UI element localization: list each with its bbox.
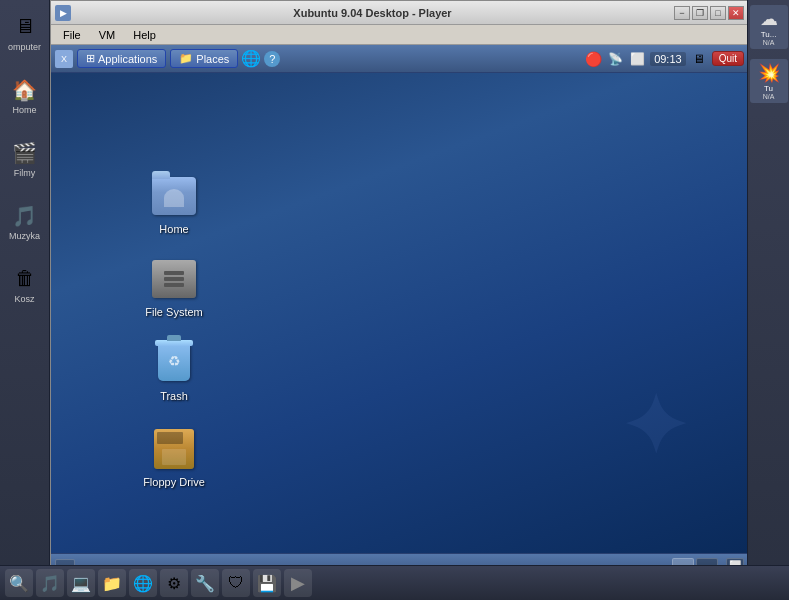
trash-label: Trash [160,390,188,402]
host-bottom-icon-settings[interactable]: ⚙ [160,569,188,597]
home-folder-label: Home [159,223,188,235]
floppy-label: Floppy Drive [143,476,205,488]
floppy-drive-icon [150,425,198,473]
host-bottom-icon-tools[interactable]: 🔧 [191,569,219,597]
quit-button[interactable]: Quit [712,51,744,66]
places-label: Places [196,53,229,65]
computer-icon: 🖥 [11,13,39,41]
help-icon[interactable]: ? [264,51,280,67]
host-right-panel: ☁ Tu... N/A 💥 Tu N/A [747,0,789,600]
host-left-taskbar: 🖥 omputer 🏠 Home 🎬 Filmy 🎵 Muzyka 🗑 Kosz [0,0,50,600]
xfce-logo: X [55,50,73,68]
network-icon[interactable]: 📡 [606,50,624,68]
desktop-icon-trash[interactable]: ♻ Trash [134,335,214,406]
xfce-clock: 09:13 [650,52,686,66]
taskbar-item-home[interactable]: 🏠 Home [5,68,45,123]
weather-widget-2: 💥 Tu N/A [750,59,788,103]
film-icon: 🎬 [11,139,39,167]
weather-widget-1: ☁ Tu... N/A [750,5,788,49]
filesystem-label: File System [145,306,202,318]
taskbar-label-computer: omputer [8,43,41,53]
xubuntu-watermark: ✦ [621,380,688,473]
vmware-titlebar: ▶ Xubuntu 9.04 Desktop - Player − ❐ □ ✕ [51,1,748,25]
host-bottom-taskbar: 🔍 🎵 💻 📁 🌐 ⚙ 🔧 🛡 💾 ▶ [0,565,789,600]
host-bottom-icon-search[interactable]: 🔍 [5,569,33,597]
desktop-icon-floppy[interactable]: Floppy Drive [134,421,214,492]
maximize-button[interactable]: □ [710,6,726,20]
minimize-button[interactable]: − [674,6,690,20]
host-bottom-icon-folder[interactable]: 📁 [98,569,126,597]
vmware-title-icon: ▶ [55,5,71,21]
host-bottom-icon-music[interactable]: 🎵 [36,569,64,597]
trash-icon: 🗑 [11,265,39,293]
host-bottom-icon-security[interactable]: 🛡 [222,569,250,597]
home-icon: 🏠 [11,76,39,104]
menu-help[interactable]: Help [125,27,164,43]
battery-icon[interactable]: ⬜ [628,50,646,68]
firefox-icon[interactable]: 🌐 [242,50,260,68]
screen-icon[interactable]: 🖥 [690,50,708,68]
trash-can-icon: ♻ [150,339,198,387]
host-bottom-icon-extra[interactable]: ▶ [284,569,312,597]
taskbar-item-kosz[interactable]: 🗑 Kosz [5,257,45,312]
taskbar-label-muzyka: Muzyka [9,232,40,242]
host-bottom-icon-browser[interactable]: 🌐 [129,569,157,597]
home-folder-icon [150,172,198,220]
menu-file[interactable]: File [55,27,89,43]
vmware-window: ▶ Xubuntu 9.04 Desktop - Player − ❐ □ ✕ … [50,0,749,600]
applications-menu-button[interactable]: ⊞ Applications [77,49,166,68]
places-icon: 📁 [179,52,193,65]
menu-vm[interactable]: VM [91,27,124,43]
filesystem-icon [150,255,198,303]
vmware-title-text: Xubuntu 9.04 Desktop - Player [71,7,674,19]
places-menu-button[interactable]: 📁 Places [170,49,238,68]
restore-button[interactable]: ❐ [692,6,708,20]
desktop-icon-home[interactable]: Home [134,168,214,239]
close-button[interactable]: ✕ [728,6,744,20]
taskbar-item-muzyka[interactable]: 🎵 Muzyka [5,194,45,249]
vmware-menubar: File VM Help [51,25,748,45]
xfce-panel-right: 🔴 📡 ⬜ 09:13 🖥 Quit [584,50,744,68]
apps-icon: ⊞ [86,52,95,65]
taskbar-label-kosz: Kosz [14,295,34,305]
volume-icon[interactable]: 🔴 [584,50,602,68]
host-bottom-icon-save[interactable]: 💾 [253,569,281,597]
xfce-top-panel: X ⊞ Applications 📁 Places 🌐 ? 🔴 📡 ⬜ 09:1… [51,45,748,73]
window-controls: − ❐ □ ✕ [674,6,744,20]
taskbar-label-home: Home [12,106,36,116]
desktop-icon-filesystem[interactable]: File System [134,251,214,322]
music-icon: 🎵 [11,202,39,230]
host-bottom-icon-computer[interactable]: 💻 [67,569,95,597]
taskbar-item-computer[interactable]: 🖥 omputer [5,5,45,60]
taskbar-item-filmy[interactable]: 🎬 Filmy [5,131,45,186]
taskbar-label-filmy: Filmy [14,169,36,179]
apps-label: Applications [98,53,157,65]
xfce-desktop: ✦ Home File System ♻ [51,73,748,553]
